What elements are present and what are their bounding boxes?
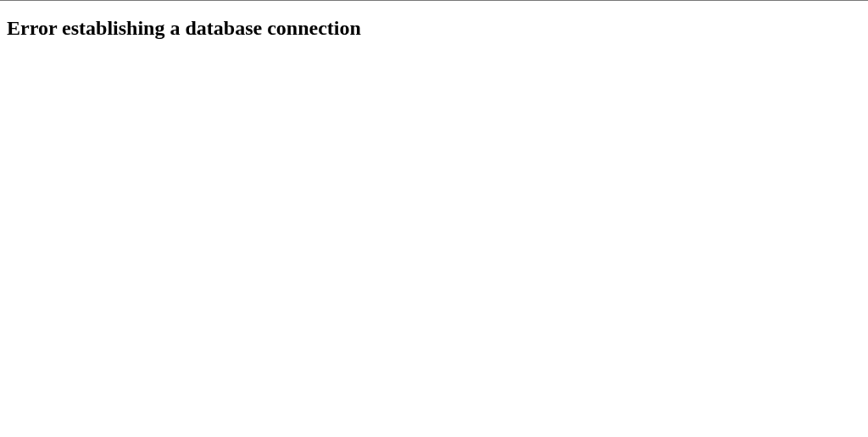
error-page: Error establishing a database connection [0,0,868,437]
error-heading: Error establishing a database connection [7,16,861,41]
